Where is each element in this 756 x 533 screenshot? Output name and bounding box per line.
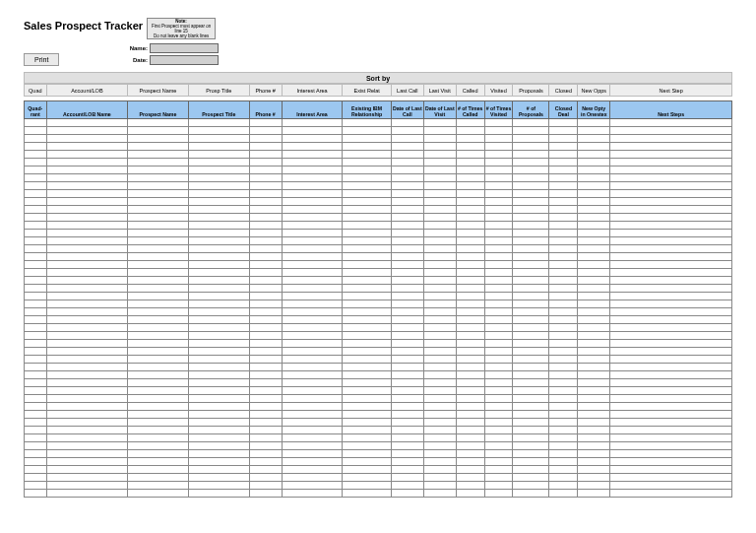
cell[interactable]	[46, 427, 127, 434]
cell[interactable]	[343, 348, 391, 356]
cell[interactable]	[610, 450, 732, 458]
cell[interactable]	[513, 222, 549, 230]
cell[interactable]	[128, 285, 189, 293]
cell[interactable]	[484, 364, 513, 371]
cell[interactable]	[46, 190, 127, 198]
cell[interactable]	[46, 269, 127, 277]
sort-btn-14[interactable]: Next Step	[610, 85, 732, 97]
cell[interactable]	[343, 490, 391, 498]
cell[interactable]	[128, 222, 189, 230]
cell[interactable]	[423, 159, 456, 167]
sort-btn-9[interactable]: Called	[456, 85, 484, 97]
cell[interactable]	[610, 206, 732, 214]
cell[interactable]	[343, 269, 391, 277]
cell[interactable]	[249, 253, 282, 261]
cell[interactable]	[46, 206, 127, 214]
cell[interactable]	[484, 332, 513, 340]
cell[interactable]	[188, 167, 249, 174]
cell[interactable]	[282, 403, 343, 411]
cell[interactable]	[391, 442, 423, 450]
cell[interactable]	[578, 159, 610, 167]
sort-btn-3[interactable]: Prosp Title	[188, 85, 249, 97]
cell[interactable]	[578, 379, 610, 387]
sort-btn-13[interactable]: New Opps	[578, 85, 610, 97]
cell[interactable]	[25, 190, 47, 198]
cell[interactable]	[282, 127, 343, 135]
cell[interactable]	[610, 387, 732, 395]
cell[interactable]	[282, 411, 343, 419]
cell[interactable]	[578, 198, 610, 206]
cell[interactable]	[249, 474, 282, 482]
cell[interactable]	[282, 466, 343, 474]
cell[interactable]	[578, 450, 610, 458]
cell[interactable]	[25, 490, 47, 498]
cell[interactable]	[549, 450, 578, 458]
cell[interactable]	[391, 119, 423, 127]
sort-btn-6[interactable]: Exist Relat	[343, 85, 391, 97]
cell[interactable]	[610, 490, 732, 498]
sort-btn-0[interactable]: Quad	[25, 85, 47, 97]
cell[interactable]	[456, 253, 484, 261]
cell[interactable]	[484, 356, 513, 364]
cell[interactable]	[456, 206, 484, 214]
cell[interactable]	[484, 222, 513, 230]
cell[interactable]	[513, 174, 549, 182]
cell[interactable]	[188, 293, 249, 300]
cell[interactable]	[456, 427, 484, 434]
cell[interactable]	[25, 174, 47, 182]
cell[interactable]	[188, 364, 249, 371]
cell[interactable]	[282, 167, 343, 174]
cell[interactable]	[249, 214, 282, 222]
cell[interactable]	[549, 293, 578, 300]
table-row[interactable]	[25, 356, 732, 364]
table-row[interactable]	[25, 159, 732, 167]
cell[interactable]	[282, 206, 343, 214]
table-row[interactable]	[25, 324, 732, 332]
cell[interactable]	[513, 300, 549, 308]
cell[interactable]	[513, 214, 549, 222]
cell[interactable]	[513, 293, 549, 300]
cell[interactable]	[343, 206, 391, 214]
cell[interactable]	[484, 237, 513, 245]
table-row[interactable]	[25, 245, 732, 253]
cell[interactable]	[549, 214, 578, 222]
cell[interactable]	[578, 237, 610, 245]
cell[interactable]	[128, 419, 189, 427]
cell[interactable]	[128, 427, 189, 434]
cell[interactable]	[188, 127, 249, 135]
sort-btn-12[interactable]: Closed	[549, 85, 578, 97]
cell[interactable]	[46, 135, 127, 143]
cell[interactable]	[513, 482, 549, 490]
cell[interactable]	[46, 198, 127, 206]
cell[interactable]	[282, 450, 343, 458]
cell[interactable]	[549, 434, 578, 442]
cell[interactable]	[456, 411, 484, 419]
cell[interactable]	[25, 466, 47, 474]
sort-btn-1[interactable]: Account/LOB	[46, 85, 127, 97]
cell[interactable]	[128, 316, 189, 324]
cell[interactable]	[343, 332, 391, 340]
cell[interactable]	[484, 230, 513, 237]
cell[interactable]	[484, 490, 513, 498]
cell[interactable]	[484, 324, 513, 332]
cell[interactable]	[423, 277, 456, 285]
cell[interactable]	[343, 230, 391, 237]
cell[interactable]	[46, 356, 127, 364]
cell[interactable]	[249, 427, 282, 434]
cell[interactable]	[610, 222, 732, 230]
cell[interactable]	[610, 245, 732, 253]
cell[interactable]	[343, 237, 391, 245]
table-row[interactable]	[25, 230, 732, 237]
cell[interactable]	[25, 395, 47, 403]
cell[interactable]	[343, 387, 391, 395]
cell[interactable]	[128, 269, 189, 277]
cell[interactable]	[456, 490, 484, 498]
cell[interactable]	[610, 167, 732, 174]
cell[interactable]	[282, 159, 343, 167]
cell[interactable]	[25, 434, 47, 442]
cell[interactable]	[282, 324, 343, 332]
cell[interactable]	[46, 371, 127, 379]
cell[interactable]	[549, 167, 578, 174]
cell[interactable]	[188, 198, 249, 206]
cell[interactable]	[391, 434, 423, 442]
